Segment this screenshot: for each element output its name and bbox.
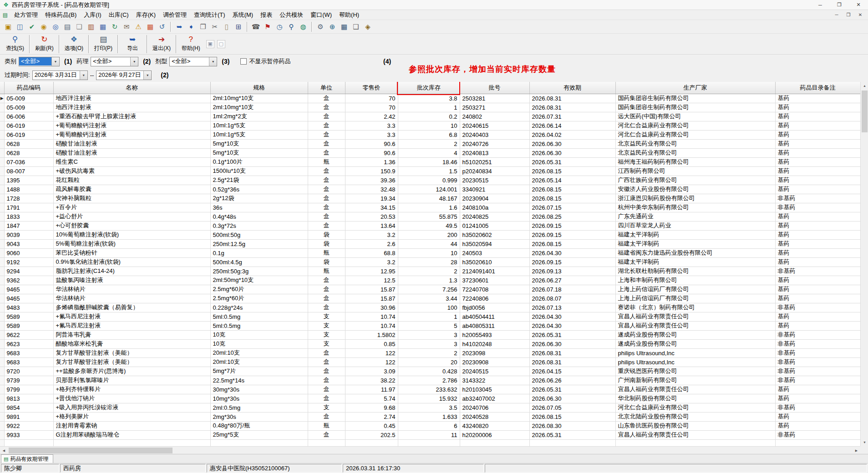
table-row[interactable]: 1488疏风解毒胶囊0.52g*36s盒32.48124.00133409212… <box>0 185 860 194</box>
help-button[interactable]: ?帮助(H) <box>178 34 203 54</box>
menu-item[interactable]: 报表 <box>257 10 276 20</box>
menu-item[interactable]: 公共模块 <box>276 10 307 20</box>
money-icon[interactable]: ◉ <box>38 21 49 32</box>
print-icon[interactable]: ▤ <box>62 21 73 32</box>
copy-icon[interactable]: ❐ <box>198 21 208 32</box>
refresh-button[interactable]: ↻刷新(R) <box>32 34 57 54</box>
column-header[interactable]: 名称 <box>53 82 210 94</box>
dosage-select[interactable]: <全部> ▼ <box>169 57 217 66</box>
table-row[interactable]: 1833+益心舒片0.4g*48s盒20.5355.87520240825202… <box>0 212 860 221</box>
grid-icon[interactable]: ▦ <box>339 21 350 32</box>
table-row[interactable]: 9739贝那普利氢氯噻嗪片22.5mg*14s盒38.222.786314332… <box>0 376 860 385</box>
column-header[interactable]: 单位 <box>308 82 345 94</box>
table-row[interactable]: 9465华法林钠片2.5mg*60片盒15.877.25672240708202… <box>0 285 860 294</box>
table-row[interactable]: 9589+氟马西尼注射液5ml:0.5mg支10.745ab4080531120… <box>0 321 860 330</box>
column-header[interactable]: 批号 <box>460 82 529 94</box>
calculator-icon[interactable]: ⊞ <box>233 21 244 32</box>
pharmacology-select[interactable]: <全部> ▼ <box>91 57 138 66</box>
table-row[interactable]: ▶05-009地西泮注射液2ml:10mg*10支盒703.8250328120… <box>0 94 860 103</box>
scroll-up-icon[interactable]: ▲ <box>861 82 868 90</box>
menu-item[interactable]: 出库(C) <box>105 10 132 20</box>
vertical-scroll-thumb[interactable] <box>862 91 868 132</box>
menu-item[interactable]: 窗口(W) <box>307 10 335 20</box>
table-row[interactable]: 9720++盐酸多奈哌齐片(思博海)5mg*7片盒3.090.428202405… <box>0 367 860 376</box>
chart-icon[interactable]: ▦ <box>97 21 108 32</box>
table-row[interactable]: 9622阿昔洛韦乳膏10克支1.58023h200554932026.05.31… <box>0 330 860 339</box>
minimize-button[interactable]: ─ <box>811 0 830 10</box>
save-icon[interactable]: ◫ <box>15 21 25 32</box>
column-header[interactable]: 药品编码 <box>4 82 53 94</box>
table-row[interactable]: 1791+百令片36s盒34.151.62408100a2026.07.15杭州… <box>0 203 860 212</box>
table-row[interactable]: 9060苯巴比妥钠粉针0.1g瓶68.8102405032026.04.30福建… <box>0 248 860 257</box>
child-restore-button[interactable]: ❐ <box>843 11 854 19</box>
table-row[interactable]: 9623醋酸地塞米松乳膏10克支0.853h410202482026.06.30… <box>0 339 860 348</box>
column-header[interactable]: 零售价 <box>345 82 398 94</box>
table-row[interactable]: 9362盐酸氯丙嗪注射液2ml:50mg*10支盒12.51.337230601… <box>0 276 860 285</box>
document-icon[interactable]: ❏ <box>74 21 85 32</box>
table-row[interactable]: 07-036维生素C0.1g*100片瓶1.3618.46h5102025120… <box>0 157 860 166</box>
refresh-icon[interactable]: ↻ <box>109 21 120 32</box>
table-row[interactable]: 9483多烯磷脂酰胆碱胶囊（易善复）0.228g*24s盒30.96100fbj… <box>0 303 860 312</box>
globe-icon[interactable]: ◍ <box>298 21 309 32</box>
table-row[interactable]: 90435%葡萄糖注射液(软袋)250ml:12.5g袋2.644h350205… <box>0 239 860 248</box>
column-header[interactable]: 有效期 <box>529 82 615 94</box>
options-button[interactable]: ❖选项(O) <box>61 34 86 54</box>
scroll-right-icon[interactable]: ▶ <box>853 447 860 454</box>
column-header[interactable]: 生产厂家 <box>615 82 775 94</box>
table-row[interactable]: 9933G注射用苯磺酸瑞马唑仑25mg*5支盒202.511h202000062… <box>0 430 860 439</box>
table-row[interactable]: 1728安神补脑颗粒2g*12袋盒19.3448.167202309042026… <box>0 194 860 203</box>
table-row[interactable]: 06-006+重酒石酸去甲肾上腺素注射液1ml:2mg*2支盒2.420.224… <box>0 112 860 121</box>
column-header[interactable]: 批次库存 <box>398 82 460 94</box>
table-row[interactable]: 9683复方甘草酸苷注射液（美能）20ml:10支盒12220202309082… <box>0 357 860 367</box>
horizontal-scrollbar[interactable]: ◀ ▶ <box>0 446 860 454</box>
scroll-left-icon[interactable]: ◀ <box>0 447 8 454</box>
vertical-scrollbar[interactable]: ▲ ▼ <box>860 82 868 446</box>
table-row[interactable]: 0628硝酸甘油注射液5mg*10支盒90.64202408132026.06.… <box>0 148 860 157</box>
flag-icon[interactable]: ⚑ <box>262 21 273 32</box>
child-close-button[interactable]: ✕ <box>854 11 866 19</box>
alert-icon[interactable]: ⚠ <box>133 21 144 32</box>
zoom-icon[interactable]: ⊕ <box>327 21 338 32</box>
search-icon[interactable]: ⚲ <box>286 21 297 32</box>
table-row[interactable]: 05-009地西泮注射液2ml:10mg*10支盒70125032712026.… <box>0 103 860 112</box>
export-button[interactable]: ➥导出 <box>120 34 145 54</box>
table-row[interactable]: 9854+吸入用异丙托溴铵溶液2ml:0.5mg支9.683.520240706… <box>0 403 860 412</box>
package-icon[interactable]: ▥ <box>86 21 96 32</box>
import-icon[interactable]: ➧ <box>186 21 197 32</box>
table-row[interactable]: 06-019+葡萄糖酸钙注射液10ml:1g*5支盒3.310202406152… <box>0 121 860 130</box>
child-minimize-button[interactable]: ─ <box>831 11 843 19</box>
menu-item[interactable]: 处方管理 <box>10 10 41 20</box>
table-row[interactable]: 9294脂肪乳注射液(C14-24)250ml:50g:3g瓶12.952212… <box>0 267 860 276</box>
pin-icon[interactable]: ▣ <box>206 40 214 48</box>
settings-icon[interactable]: ⚙ <box>315 21 326 32</box>
table-row[interactable]: 903910%葡萄糖注射液(软袋)500ml:50g袋3.2200h350206… <box>0 230 860 239</box>
column-header[interactable]: 规格 <box>210 82 308 94</box>
calendar-icon[interactable]: ▦ <box>145 21 156 32</box>
table-row[interactable]: 1395花红颗粒2.5g*21袋盒39.360.999202305152026.… <box>0 176 860 185</box>
export-icon[interactable]: ➥ <box>174 21 185 32</box>
undo-icon[interactable]: ↺ <box>157 21 168 32</box>
table-row[interactable]: 91920.9%氯化钠注射液(软袋)500ml:4.5g袋3.228h35020… <box>0 257 860 267</box>
horizontal-scroll-thumb[interactable] <box>9 448 173 453</box>
menu-item[interactable]: 入库(I) <box>80 10 105 20</box>
menu-item[interactable]: 特殊药品(B) <box>41 10 80 20</box>
column-header[interactable]: 药品目录备注 <box>775 82 860 94</box>
date-from-picker[interactable]: 2026年 3月31日 ▼ <box>32 70 88 80</box>
menu-item[interactable]: 帮助(H) <box>335 10 363 20</box>
table-row[interactable]: 9683复方甘草酸苷注射液（美能）20ml:10支盒12222023098202… <box>0 348 860 357</box>
find-button[interactable]: ⚲查找(S) <box>3 34 27 54</box>
mail-icon[interactable]: ✉ <box>121 21 132 32</box>
table-row[interactable]: 9589+氟马西尼注射液5ml:0.5mg支10.741ab4050441120… <box>0 312 860 321</box>
table-row[interactable]: 06-019+葡萄糖酸钙注射液10ml:1g*5支盒3.36.820240403… <box>0 130 860 139</box>
clock-icon[interactable]: ◷ <box>274 21 285 32</box>
table-row[interactable]: 9799+格列齐特缓释片30mg*30s盒11.97233.632h201030… <box>0 385 860 394</box>
tab-drug-expiry[interactable]: ▤ 药品有效期管理 <box>1 454 53 463</box>
menu-item[interactable]: 查询统计(T) <box>190 10 229 20</box>
table-row[interactable]: 9465华法林钠片2.5mg*60片盒15.873.44722408062026… <box>0 294 860 303</box>
table-row[interactable]: 9813+普伐他汀钠片10mg*30s盒5.7415.932ab32407002… <box>0 394 860 403</box>
table-row[interactable]: 9891+格列美脲片2mg*30s盒2.741.633202405282026.… <box>0 412 860 421</box>
menu-item[interactable]: 调价管理 <box>159 10 190 20</box>
scroll-down-icon[interactable]: ▼ <box>861 438 868 446</box>
menu-item[interactable]: 系统(M) <box>229 10 257 20</box>
category-select[interactable]: <全部> ▼ <box>19 57 60 66</box>
